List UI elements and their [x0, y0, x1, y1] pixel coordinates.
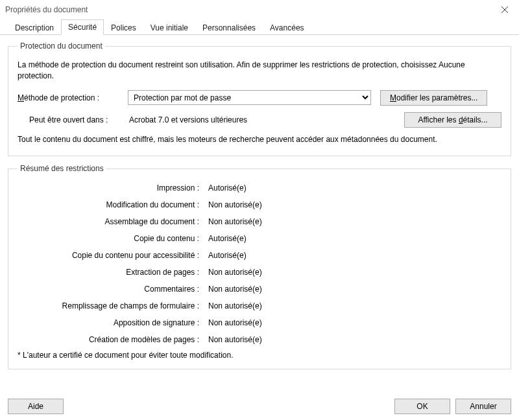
modify-text: odifier les paramètres...	[396, 93, 477, 102]
restriction-key: Copie du contenu pour accessibilité :	[18, 251, 199, 260]
restriction-key: Modification du document :	[18, 200, 199, 209]
restriction-key: Copie du contenu :	[18, 234, 199, 243]
modify-accel: M	[390, 93, 396, 102]
protection-intro: La méthode de protection du document res…	[18, 60, 501, 82]
openin-label: Peut être ouvert dans :	[18, 115, 128, 124]
restriction-value: Autorisé(e)	[208, 183, 501, 192]
protection-group: Protection du document La méthode de pro…	[8, 41, 511, 156]
show-details-button[interactable]: Afficher les détails...	[404, 112, 501, 128]
restriction-key: Assemblage du document :	[18, 217, 199, 226]
close-icon	[501, 6, 508, 13]
method-row: Méthode de protection : Protection par m…	[18, 90, 501, 106]
restrictions-grid: Impression :Autorisé(e)Modification du d…	[18, 183, 501, 344]
tab-custom[interactable]: Personnalisées	[195, 20, 263, 35]
window-title: Propriétés du document	[5, 5, 490, 14]
protection-method-select[interactable]: Protection par mot de passe	[128, 90, 371, 105]
close-button[interactable]	[490, 0, 519, 19]
protection-legend: Protection du document	[18, 41, 105, 51]
modify-settings-button[interactable]: Modifier les paramètres...	[380, 90, 487, 106]
restriction-value: Non autorisé(e)	[208, 285, 501, 294]
tab-bar: Description Sécurité Polices Vue initial…	[0, 19, 519, 35]
tab-fonts[interactable]: Polices	[104, 20, 143, 35]
titlebar: Propriétés du document	[0, 0, 519, 19]
restriction-value: Non autorisé(e)	[208, 200, 501, 209]
tab-initial-view[interactable]: Vue initiale	[143, 20, 195, 35]
restriction-value: Non autorisé(e)	[208, 335, 501, 344]
help-button[interactable]: Aide	[8, 399, 64, 414]
openin-row: Peut être ouvert dans : Acrobat 7.0 et v…	[18, 112, 501, 128]
method-label-accel: M	[18, 93, 24, 102]
tab-security[interactable]: Sécurité	[61, 19, 104, 35]
restriction-value: Autorisé(e)	[208, 234, 501, 243]
restriction-value: Non autorisé(e)	[208, 301, 501, 310]
restriction-value: Autorisé(e)	[208, 251, 501, 260]
ok-button[interactable]: OK	[394, 399, 450, 414]
tab-advanced[interactable]: Avancées	[263, 20, 311, 35]
method-label: Méthode de protection :	[18, 93, 128, 102]
tab-description[interactable]: Description	[8, 20, 61, 35]
details-accel: d	[459, 115, 463, 124]
cancel-button[interactable]: Annuler	[455, 399, 511, 414]
restrictions-legend: Résumé des restrictions	[18, 164, 106, 173]
content-area: Protection du document La méthode de pro…	[0, 35, 519, 369]
details-pre: Afficher les	[418, 115, 458, 124]
restriction-value: Non autorisé(e)	[208, 217, 501, 226]
restrictions-group: Résumé des restrictions Impression :Auto…	[8, 164, 511, 369]
restriction-value: Non autorisé(e)	[208, 268, 501, 277]
certified-note: * L'auteur a certifié ce document pour é…	[18, 351, 501, 360]
restriction-key: Remplissage de champs de formulaire :	[18, 301, 199, 310]
openin-value: Acrobat 7.0 et versions ultérieures	[128, 115, 247, 124]
restriction-key: Création de modèles de pages :	[18, 335, 199, 344]
restriction-key: Commentaires :	[18, 285, 199, 294]
method-label-text: éthode de protection :	[24, 93, 99, 102]
dialog-footer: Aide OK Annuler	[0, 393, 519, 420]
details-post: étails...	[463, 115, 488, 124]
restriction-value: Non autorisé(e)	[208, 318, 501, 327]
restriction-key: Extraction de pages :	[18, 268, 199, 277]
restriction-key: Impression :	[18, 183, 199, 192]
encryption-note: Tout le contenu du document est chiffré,…	[18, 134, 501, 145]
restriction-key: Apposition de signature :	[18, 318, 199, 327]
